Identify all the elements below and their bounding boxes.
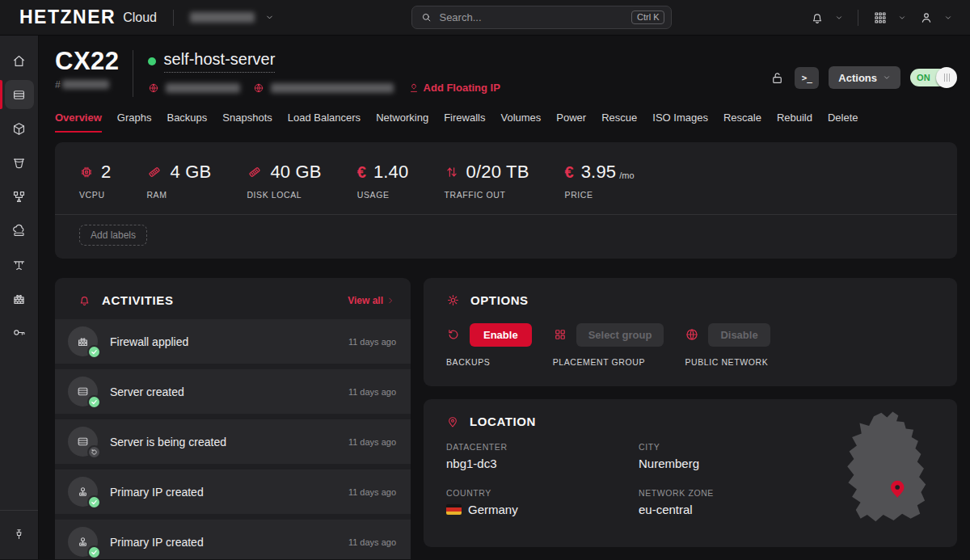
sidebar-item-firewalls[interactable]: [0, 281, 38, 315]
right-column: OPTIONS Enable BACKUPS: [424, 278, 957, 547]
enable-backups-button[interactable]: Enable: [470, 323, 532, 347]
tab-networking[interactable]: Networking: [376, 112, 428, 133]
activity-time: 11 days ago: [348, 487, 396, 497]
activity-row[interactable]: Primary IP created 11 days ago: [55, 520, 411, 559]
city-field: CITY Nuremberg: [639, 442, 795, 470]
stat-value: 3.95: [581, 162, 617, 183]
account-menu[interactable]: [919, 11, 952, 25]
sidebar-item-networks[interactable]: [0, 247, 38, 281]
power-state-label: ON: [917, 73, 930, 82]
tab-snapshots[interactable]: Snapshots: [222, 112, 272, 133]
pushpin-icon: [5, 520, 34, 549]
unlock-icon[interactable]: [770, 70, 785, 86]
stat-disk: 40 GB DISK LOCAL: [247, 162, 321, 200]
stat-usage: € 1.40 USAGE: [357, 162, 409, 200]
sidebar-item-images[interactable]: [0, 112, 38, 145]
success-badge-icon: [87, 395, 101, 409]
server-header: CX22 # self-host-server: [55, 48, 957, 97]
tab-volumes[interactable]: Volumes: [500, 112, 541, 133]
stat-label: VCPU: [79, 190, 111, 200]
bell-icon: [78, 293, 91, 307]
success-badge-icon: [87, 495, 101, 509]
tab-graphs[interactable]: Graphs: [117, 112, 152, 133]
hetzner-logo[interactable]: HETZNER: [19, 6, 116, 28]
key-icon: [5, 318, 34, 347]
location-title: LOCATION: [470, 415, 536, 428]
server-name[interactable]: self-host-server: [164, 50, 276, 73]
server-tabs: Overview Graphs Backups Snapshots Load B…: [55, 112, 957, 133]
tab-load-balancers[interactable]: Load Balancers: [288, 112, 361, 133]
tab-power[interactable]: Power: [556, 112, 586, 133]
sidebar-item-servers[interactable]: [0, 78, 38, 112]
sidebar-item-pin[interactable]: [0, 517, 38, 551]
topbar: HETZNER Cloud Search... Ctrl K: [0, 0, 970, 36]
network-zone-label: NETWORK ZONE: [639, 488, 795, 498]
stats-row: 2 VCPU 4 GB RAM: [55, 142, 957, 214]
sidebar-item-storage[interactable]: [0, 145, 38, 179]
stat-label: USAGE: [357, 190, 409, 200]
network-zone-field: NETWORK ZONE eu-central: [639, 488, 795, 516]
location-pin-icon: [446, 415, 459, 428]
sidebar-item-load-balancers[interactable]: [0, 179, 38, 213]
history-icon: [446, 327, 461, 342]
apps-menu[interactable]: [873, 11, 906, 25]
select-group-button[interactable]: Select group: [576, 323, 664, 347]
sidebar-item-home[interactable]: [0, 44, 38, 78]
tab-iso-images[interactable]: ISO Images: [652, 112, 708, 133]
tab-delete[interactable]: Delete: [828, 112, 858, 133]
search-input[interactable]: Search... Ctrl K: [411, 6, 672, 29]
stat-price: € 3.95 /mo PRICE: [565, 162, 635, 200]
tab-overview[interactable]: Overview: [55, 112, 102, 133]
ram-icon: [146, 164, 162, 180]
console-button[interactable]: >_: [795, 67, 819, 89]
server-icon: [5, 80, 34, 109]
tab-rescale[interactable]: Rescale: [723, 112, 761, 133]
project-selector[interactable]: [190, 12, 274, 23]
redacted-ipv4: [166, 83, 240, 93]
stat-label: RAM: [146, 190, 211, 200]
tab-firewalls[interactable]: Firewalls: [444, 112, 485, 133]
tab-rebuild[interactable]: Rebuild: [777, 112, 812, 133]
stat-suffix: /mo: [619, 171, 634, 183]
placement-group: Select group PLACEMENT GROUP: [553, 322, 664, 367]
backups-group: Enable BACKUPS: [446, 322, 532, 367]
disable-public-network-button[interactable]: Disable: [708, 323, 770, 347]
add-floating-ip-link[interactable]: Add Floating IP: [408, 82, 500, 94]
stat-label: PRICE: [565, 190, 635, 200]
activity-avatar: [68, 527, 98, 557]
sidebar-item-floating-ips[interactable]: [0, 213, 38, 247]
sidebar-item-security[interactable]: [0, 315, 38, 349]
stat-value: 0/20 TB: [466, 162, 529, 183]
disk-icon: [247, 164, 263, 180]
server-type-block: CX22 #: [55, 48, 120, 91]
activity-list: Firewall applied 11 days ago: [55, 319, 411, 559]
traffic-arrows-icon: [445, 165, 459, 179]
sidebar: [0, 36, 39, 559]
placement-group-label: PLACEMENT GROUP: [553, 357, 664, 367]
activity-row[interactable]: Primary IP created 11 days ago: [55, 469, 411, 514]
activity-time: 11 days ago: [348, 537, 396, 547]
notifications-menu[interactable]: [810, 11, 843, 25]
tab-rescue[interactable]: Rescue: [601, 112, 637, 133]
tab-backups[interactable]: Backups: [167, 112, 207, 133]
view-all-link[interactable]: View all: [348, 295, 394, 306]
floating-ip-icon: [408, 82, 420, 94]
success-badge-icon: [87, 545, 101, 559]
public-network-label: PUBLIC NETWORK: [685, 357, 770, 367]
bucket-icon: [5, 148, 34, 177]
add-labels-button[interactable]: Add labels: [79, 225, 147, 246]
city-value: Nuremberg: [639, 457, 795, 470]
actions-button[interactable]: Actions: [829, 66, 900, 89]
activity-row[interactable]: Server created 11 days ago: [55, 369, 411, 414]
activities-title: ACTIVITIES: [102, 293, 174, 307]
activity-time: 11 days ago: [348, 437, 396, 447]
activity-row[interactable]: Server is being created 11 days ago: [55, 419, 411, 464]
power-toggle[interactable]: ON: [910, 68, 957, 87]
options-panel: OPTIONS Enable BACKUPS: [424, 278, 957, 386]
datacenter-field: DATACENTER nbg1-dc3: [446, 442, 639, 470]
chevron-down-icon: [898, 14, 906, 22]
activity-avatar: [68, 326, 98, 356]
ip-row: Add Floating IP: [148, 82, 500, 94]
activity-row[interactable]: Firewall applied 11 days ago: [55, 319, 411, 364]
options-body: Enable BACKUPS Select group: [424, 319, 957, 386]
